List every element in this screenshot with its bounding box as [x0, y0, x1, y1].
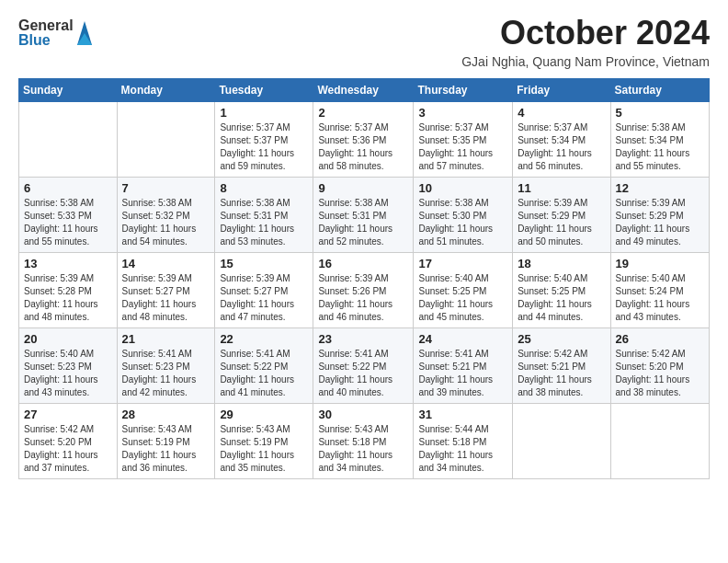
- calendar-cell: 5Sunrise: 5:38 AM Sunset: 5:34 PM Daylig…: [610, 102, 709, 178]
- day-number: 3: [418, 106, 507, 120]
- day-info: Sunrise: 5:37 AM Sunset: 5:36 PM Dayligh…: [318, 121, 408, 173]
- calendar-cell: 6Sunrise: 5:38 AM Sunset: 5:33 PM Daylig…: [19, 178, 118, 253]
- calendar-cell: 20Sunrise: 5:40 AM Sunset: 5:23 PM Dayli…: [19, 328, 118, 404]
- calendar-week-4: 20Sunrise: 5:40 AM Sunset: 5:23 PM Dayli…: [19, 328, 710, 404]
- day-number: 2: [318, 106, 408, 120]
- calendar-cell: 25Sunrise: 5:42 AM Sunset: 5:21 PM Dayli…: [513, 328, 610, 404]
- col-header-thursday: Thursday: [414, 79, 513, 102]
- day-info: Sunrise: 5:39 AM Sunset: 5:29 PM Dayligh…: [518, 197, 605, 248]
- day-info: Sunrise: 5:43 AM Sunset: 5:19 PM Dayligh…: [220, 423, 308, 475]
- col-header-wednesday: Wednesday: [313, 79, 414, 102]
- location: GJai Nghia, Quang Nam Province, Vietnam: [461, 54, 710, 69]
- day-info: Sunrise: 5:38 AM Sunset: 5:31 PM Dayligh…: [318, 197, 408, 248]
- calendar-cell: 23Sunrise: 5:41 AM Sunset: 5:22 PM Dayli…: [313, 328, 414, 404]
- day-info: Sunrise: 5:38 AM Sunset: 5:33 PM Dayligh…: [24, 197, 112, 248]
- day-number: 9: [318, 181, 408, 195]
- calendar-cell: 13Sunrise: 5:39 AM Sunset: 5:28 PM Dayli…: [19, 253, 118, 328]
- calendar-week-1: 1Sunrise: 5:37 AM Sunset: 5:37 PM Daylig…: [19, 102, 710, 178]
- calendar-cell: 22Sunrise: 5:41 AM Sunset: 5:22 PM Dayli…: [215, 328, 313, 404]
- day-number: 23: [318, 332, 408, 346]
- day-info: Sunrise: 5:41 AM Sunset: 5:22 PM Dayligh…: [318, 348, 408, 399]
- day-info: Sunrise: 5:42 AM Sunset: 5:21 PM Dayligh…: [518, 348, 605, 399]
- day-info: Sunrise: 5:37 AM Sunset: 5:35 PM Dayligh…: [418, 121, 507, 173]
- logo-blue-text: Blue: [18, 33, 74, 48]
- day-number: 25: [518, 332, 605, 346]
- day-info: Sunrise: 5:38 AM Sunset: 5:31 PM Dayligh…: [220, 197, 308, 248]
- page: General Blue October 2024 GJai Nghia, Qu…: [0, 0, 728, 563]
- day-info: Sunrise: 5:39 AM Sunset: 5:26 PM Dayligh…: [318, 272, 408, 324]
- calendar-cell: 30Sunrise: 5:43 AM Sunset: 5:18 PM Dayli…: [313, 404, 414, 479]
- day-info: Sunrise: 5:43 AM Sunset: 5:19 PM Dayligh…: [122, 423, 210, 475]
- calendar-header-row: SundayMondayTuesdayWednesdayThursdayFrid…: [19, 79, 710, 102]
- day-number: 12: [616, 181, 704, 195]
- calendar-cell: 7Sunrise: 5:38 AM Sunset: 5:32 PM Daylig…: [117, 178, 215, 253]
- calendar-cell: 18Sunrise: 5:40 AM Sunset: 5:25 PM Dayli…: [513, 253, 610, 328]
- day-info: Sunrise: 5:37 AM Sunset: 5:37 PM Dayligh…: [220, 121, 308, 173]
- col-header-saturday: Saturday: [610, 79, 709, 102]
- calendar-week-3: 13Sunrise: 5:39 AM Sunset: 5:28 PM Dayli…: [19, 253, 710, 328]
- day-number: 14: [122, 257, 210, 270]
- day-number: 19: [616, 257, 704, 270]
- day-number: 16: [318, 257, 408, 270]
- col-header-friday: Friday: [513, 79, 610, 102]
- calendar-cell: 15Sunrise: 5:39 AM Sunset: 5:27 PM Dayli…: [215, 253, 313, 328]
- calendar-cell: 31Sunrise: 5:44 AM Sunset: 5:18 PM Dayli…: [414, 404, 513, 479]
- day-number: 26: [616, 332, 704, 346]
- day-number: 31: [418, 408, 507, 421]
- calendar-cell: 3Sunrise: 5:37 AM Sunset: 5:35 PM Daylig…: [414, 102, 513, 178]
- day-number: 22: [220, 332, 308, 346]
- calendar-cell: 27Sunrise: 5:42 AM Sunset: 5:20 PM Dayli…: [19, 404, 118, 479]
- day-number: 8: [220, 181, 308, 195]
- day-number: 15: [220, 257, 308, 270]
- day-info: Sunrise: 5:43 AM Sunset: 5:18 PM Dayligh…: [318, 423, 408, 475]
- day-info: Sunrise: 5:37 AM Sunset: 5:34 PM Dayligh…: [518, 121, 605, 173]
- calendar-cell: 8Sunrise: 5:38 AM Sunset: 5:31 PM Daylig…: [215, 178, 313, 253]
- day-number: 21: [122, 332, 210, 346]
- title-block: October 2024 GJai Nghia, Quang Nam Provi…: [461, 14, 710, 69]
- col-header-monday: Monday: [117, 79, 215, 102]
- day-number: 4: [518, 106, 605, 120]
- calendar-cell: 2Sunrise: 5:37 AM Sunset: 5:36 PM Daylig…: [313, 102, 414, 178]
- day-info: Sunrise: 5:40 AM Sunset: 5:25 PM Dayligh…: [518, 272, 605, 324]
- day-info: Sunrise: 5:39 AM Sunset: 5:29 PM Dayligh…: [616, 197, 704, 248]
- calendar-cell: 16Sunrise: 5:39 AM Sunset: 5:26 PM Dayli…: [313, 253, 414, 328]
- day-number: 11: [518, 181, 605, 195]
- calendar-cell: [513, 404, 610, 479]
- day-info: Sunrise: 5:38 AM Sunset: 5:32 PM Dayligh…: [122, 197, 210, 248]
- day-number: 27: [24, 408, 112, 421]
- day-number: 18: [518, 257, 605, 270]
- calendar-cell: 1Sunrise: 5:37 AM Sunset: 5:37 PM Daylig…: [215, 102, 313, 178]
- logo: General Blue: [18, 18, 94, 48]
- day-info: Sunrise: 5:39 AM Sunset: 5:27 PM Dayligh…: [122, 272, 210, 324]
- day-number: 24: [418, 332, 507, 346]
- calendar-week-2: 6Sunrise: 5:38 AM Sunset: 5:33 PM Daylig…: [19, 178, 710, 253]
- day-info: Sunrise: 5:44 AM Sunset: 5:18 PM Dayligh…: [418, 423, 507, 475]
- day-info: Sunrise: 5:38 AM Sunset: 5:30 PM Dayligh…: [418, 197, 507, 248]
- month-title: October 2024: [461, 14, 710, 52]
- calendar-cell: 17Sunrise: 5:40 AM Sunset: 5:25 PM Dayli…: [414, 253, 513, 328]
- calendar-cell: 9Sunrise: 5:38 AM Sunset: 5:31 PM Daylig…: [313, 178, 414, 253]
- calendar-cell: 21Sunrise: 5:41 AM Sunset: 5:23 PM Dayli…: [117, 328, 215, 404]
- header: General Blue October 2024 GJai Nghia, Qu…: [18, 14, 710, 69]
- day-number: 28: [122, 408, 210, 421]
- day-number: 20: [24, 332, 112, 346]
- day-number: 10: [418, 181, 507, 195]
- logo-icon: [75, 19, 94, 47]
- calendar-cell: 10Sunrise: 5:38 AM Sunset: 5:30 PM Dayli…: [414, 178, 513, 253]
- day-number: 30: [318, 408, 408, 421]
- day-number: 6: [24, 181, 112, 195]
- calendar-cell: [117, 102, 215, 178]
- day-number: 7: [122, 181, 210, 195]
- day-info: Sunrise: 5:39 AM Sunset: 5:27 PM Dayligh…: [220, 272, 308, 324]
- calendar-cell: 14Sunrise: 5:39 AM Sunset: 5:27 PM Dayli…: [117, 253, 215, 328]
- calendar-week-5: 27Sunrise: 5:42 AM Sunset: 5:20 PM Dayli…: [19, 404, 710, 479]
- day-info: Sunrise: 5:42 AM Sunset: 5:20 PM Dayligh…: [616, 348, 704, 399]
- calendar-cell: [610, 404, 709, 479]
- calendar-cell: 24Sunrise: 5:41 AM Sunset: 5:21 PM Dayli…: [414, 328, 513, 404]
- calendar-cell: 11Sunrise: 5:39 AM Sunset: 5:29 PM Dayli…: [513, 178, 610, 253]
- calendar-cell: 4Sunrise: 5:37 AM Sunset: 5:34 PM Daylig…: [513, 102, 610, 178]
- calendar-cell: 26Sunrise: 5:42 AM Sunset: 5:20 PM Dayli…: [610, 328, 709, 404]
- day-info: Sunrise: 5:41 AM Sunset: 5:23 PM Dayligh…: [122, 348, 210, 399]
- day-number: 5: [616, 106, 704, 120]
- day-info: Sunrise: 5:40 AM Sunset: 5:25 PM Dayligh…: [418, 272, 507, 324]
